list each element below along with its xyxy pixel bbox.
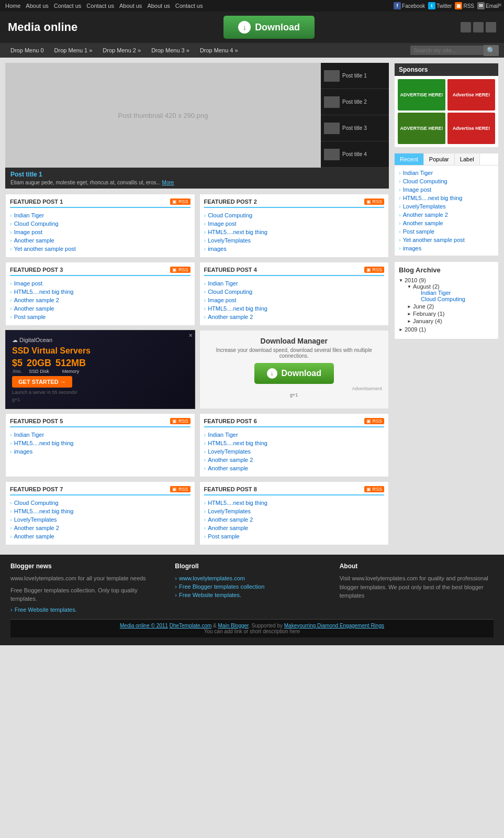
- fp8-link-0[interactable]: HTML5....next big thing: [208, 500, 267, 506]
- rss-badge-6[interactable]: ▣ RSS: [364, 418, 384, 424]
- nav-contact1[interactable]: Contact us: [54, 3, 82, 9]
- sponsor-ad-1[interactable]: ADVERTISE HERE!: [398, 79, 445, 111]
- archive-month-feb-label[interactable]: ► February (1): [407, 311, 494, 317]
- fp8-link-2[interactable]: Another sample 2: [208, 516, 253, 523]
- sponsor-ad-4[interactable]: Advertise HERE!: [447, 113, 495, 144]
- slider-thumb-3[interactable]: Post title 3: [321, 115, 389, 141]
- fp2-link-3[interactable]: LovelyTemplates: [208, 237, 251, 244]
- footer-col1-link[interactable]: Free Website templates.: [15, 607, 77, 613]
- fp1-link-3[interactable]: Another sample: [14, 237, 54, 244]
- sponsor-ad-2[interactable]: Advertise HERE!: [447, 79, 495, 111]
- dl-ad-close[interactable]: ✕: [498, 2, 502, 8]
- slider-more-link[interactable]: More: [162, 180, 174, 185]
- recent-5[interactable]: Another sample 2: [403, 212, 448, 218]
- slider-thumb-2[interactable]: Post title 2: [321, 89, 389, 115]
- fp1-link-0[interactable]: Indian Tiger: [14, 212, 44, 218]
- rss-badge-1[interactable]: ▣ RSS: [170, 199, 190, 205]
- recent-3[interactable]: HTML5....next big thing: [403, 195, 463, 201]
- footer-col2-link-0[interactable]: www.lovelytemplates.com: [179, 575, 245, 581]
- footer-rings-link[interactable]: Makeyourring Diamond Engagement Rings: [284, 623, 384, 629]
- fp5-link-0[interactable]: Indian Tiger: [14, 432, 44, 438]
- archive-month-june-label[interactable]: ► June (2): [407, 303, 494, 310]
- slider-thumb-1[interactable]: Post title 1: [321, 63, 389, 89]
- footer-col2-link-2[interactable]: Free Website templates.: [179, 592, 241, 598]
- nav-contact2[interactable]: Contact us: [86, 3, 114, 9]
- recent-7[interactable]: Post sample: [403, 228, 435, 235]
- fp3-link-3[interactable]: Another sample: [14, 305, 54, 312]
- recent-8[interactable]: Yet another sample post: [403, 237, 465, 243]
- nav-about2[interactable]: About us: [119, 3, 142, 9]
- archive-year-2009-label[interactable]: ► 2009 (1): [399, 326, 494, 333]
- fp8-link-1[interactable]: LovelyTemplates: [208, 508, 251, 514]
- footer-mainblogger-link[interactable]: Main Blogger: [218, 623, 249, 629]
- do-ad-close[interactable]: ✕: [188, 333, 193, 338]
- rss-badge-3[interactable]: ▣ RSS: [170, 267, 190, 273]
- fp4-link-1[interactable]: Cloud Computing: [208, 289, 252, 295]
- fp6-link-2[interactable]: LovelyTemplates: [208, 448, 251, 455]
- main-nav-item-2[interactable]: Drop Menu 2 »: [97, 43, 146, 58]
- tab-popular[interactable]: Popular: [424, 153, 455, 165]
- facebook-link[interactable]: f Facebook: [394, 2, 425, 9]
- recent-6[interactable]: Another sample: [403, 220, 443, 226]
- archive-month-august-label[interactable]: ▼ August (2): [407, 283, 494, 290]
- email-link[interactable]: ✉ Email: [477, 2, 499, 9]
- recent-2[interactable]: Image post: [403, 186, 431, 193]
- rss-badge-5[interactable]: ▣ RSS: [170, 418, 190, 424]
- fp2-link-4[interactable]: images: [208, 246, 226, 252]
- fp3-link-4[interactable]: Post sample: [14, 314, 46, 320]
- fp6-link-1[interactable]: HTML5....next big thing: [208, 440, 267, 446]
- rss-badge-8[interactable]: ▣ RSS: [364, 486, 384, 492]
- fp4-link-3[interactable]: HTML5....next big thing: [208, 305, 267, 312]
- archive-post-link-indian-tiger[interactable]: Indian Tiger: [421, 290, 451, 296]
- archive-post-link-cloud[interactable]: Cloud Computing: [421, 296, 465, 302]
- fp6-link-4[interactable]: Another sample: [208, 465, 248, 471]
- archive-month-jan-label[interactable]: ► January (4): [407, 318, 494, 324]
- fp6-link-0[interactable]: Indian Tiger: [208, 432, 238, 438]
- main-nav-item-4[interactable]: Drop Menu 4 »: [195, 43, 243, 58]
- fp3-link-2[interactable]: Another sample 2: [14, 297, 59, 303]
- slider-thumb-4[interactable]: Post title 4: [321, 141, 389, 168]
- fp7-link-0[interactable]: Cloud Computing: [14, 500, 59, 506]
- nav-about1[interactable]: About us: [26, 3, 48, 9]
- footer-col2-link-1[interactable]: Free Blogger templates collection: [179, 583, 264, 590]
- footer-dhetemplate-link[interactable]: DheTemplate.com: [170, 623, 212, 629]
- search-button[interactable]: 🔍: [484, 45, 499, 56]
- fp2-link-0[interactable]: Cloud Computing: [208, 212, 252, 218]
- fp5-link-2[interactable]: images: [14, 448, 32, 455]
- fp2-link-1[interactable]: Image post: [208, 220, 236, 227]
- fp4-link-2[interactable]: Image post: [208, 297, 236, 303]
- fp4-link-4[interactable]: Another sample 2: [208, 314, 253, 320]
- sponsor-ad-3[interactable]: ADVERTISE HERE!: [398, 113, 445, 144]
- rss-badge-7[interactable]: ▣ RSS: [170, 486, 190, 492]
- fp3-link-1[interactable]: HTML5....next big thing: [14, 289, 74, 295]
- fp4-link-0[interactable]: Indian Tiger: [208, 280, 238, 286]
- fp8-link-3[interactable]: Another sample: [208, 525, 248, 531]
- dl-download-button[interactable]: ↓ Download: [254, 363, 334, 384]
- main-nav-item-1[interactable]: Drop Menu 1 »: [49, 43, 98, 58]
- main-nav-item-3[interactable]: Drop Menu 3 »: [146, 43, 195, 58]
- fp8-link-4[interactable]: Post sample: [208, 533, 240, 539]
- nav-home[interactable]: Home: [5, 3, 20, 9]
- nav-about3[interactable]: About us: [147, 3, 170, 9]
- search-input[interactable]: [410, 46, 484, 55]
- rss-badge-4[interactable]: ▣ RSS: [364, 267, 384, 273]
- main-nav-item-0[interactable]: Drop Menu 0: [5, 43, 49, 58]
- fp6-link-3[interactable]: Another sample 2: [208, 457, 253, 463]
- fp1-link-2[interactable]: Image post: [14, 229, 42, 235]
- fp5-link-1[interactable]: HTML5....next big thing: [14, 440, 74, 446]
- fp3-link-0[interactable]: Image post: [14, 280, 42, 286]
- header-download-button[interactable]: ↓ Download: [223, 16, 315, 39]
- fp7-link-1[interactable]: HTML5....next big thing: [14, 508, 74, 514]
- fp2-link-2[interactable]: HTML5....next big thing: [208, 229, 267, 235]
- twitter-link[interactable]: t Twitter: [428, 2, 452, 9]
- fp7-link-4[interactable]: Another sample: [14, 533, 54, 539]
- recent-4[interactable]: LovelyTemplates: [403, 203, 446, 210]
- footer-media-online-link[interactable]: Media online © 2011: [120, 623, 168, 629]
- nav-contact3[interactable]: Contact us: [175, 3, 203, 9]
- fp7-link-2[interactable]: LovelyTemplates: [14, 516, 57, 523]
- rss-link[interactable]: ▣ RSS: [455, 2, 474, 9]
- recent-9[interactable]: images: [403, 245, 421, 251]
- tab-label[interactable]: Label: [455, 153, 480, 165]
- tab-recent[interactable]: Recent: [395, 153, 424, 165]
- fp1-link-4[interactable]: Yet another sample post: [14, 246, 76, 252]
